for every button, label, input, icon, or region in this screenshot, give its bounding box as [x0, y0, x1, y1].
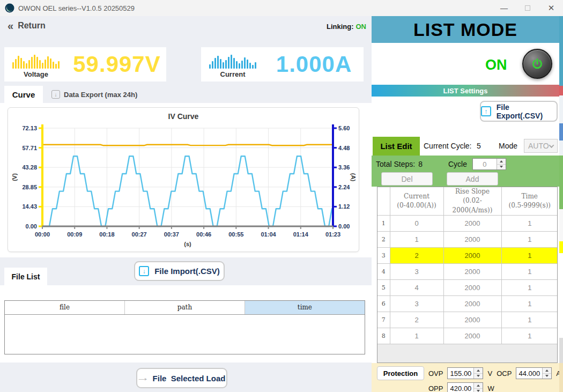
- left-axis-tick-label: 72.13: [22, 125, 37, 131]
- file-list-table[interactable]: file path time: [4, 300, 365, 354]
- step-row-number: 1: [377, 216, 390, 232]
- tab-data-export[interactable]: ↓ Data Export (max 24h): [51, 86, 137, 103]
- step-cell-time[interactable]: 1: [501, 312, 558, 328]
- close-button[interactable]: ✕: [539, 0, 563, 16]
- ocp-spinner[interactable]: 44.000: [516, 367, 552, 379]
- ovp-spinner-buttons: [473, 368, 483, 379]
- spin-up-button[interactable]: [474, 383, 483, 389]
- export-row: ↑ File Export(.CSV): [372, 97, 559, 137]
- ocp-label: OCP: [497, 369, 512, 378]
- spin-up-button[interactable]: [497, 159, 506, 165]
- mode-label: Mode: [499, 142, 517, 150]
- maximize-icon: [525, 5, 530, 11]
- list-step-row[interactable]: 8120001: [377, 328, 558, 344]
- step-cell-slope[interactable]: 2000: [443, 264, 501, 280]
- add-step-button[interactable]: Add: [447, 172, 498, 186]
- triangle-up-icon: [477, 384, 480, 387]
- x-axis-tick-label: 00:37: [164, 231, 179, 238]
- opp-spinner[interactable]: 420.00: [447, 382, 483, 392]
- right-axis-tick-label: 5.60: [338, 125, 350, 131]
- step-cell-time[interactable]: 1: [501, 280, 558, 296]
- protection-section: Protection OVP 155.00 V OCP 44.000 A: [372, 363, 559, 392]
- step-cell-current[interactable]: 2: [390, 248, 443, 264]
- triangle-down-icon: [477, 390, 480, 392]
- protection-button[interactable]: Protection: [377, 366, 424, 380]
- list-step-row[interactable]: 4320001: [377, 264, 558, 280]
- file-column-header[interactable]: file: [5, 301, 125, 314]
- list-steps-table[interactable]: Current(0-40.00(A)) Rise Slope(0.02-2000…: [377, 187, 558, 363]
- linking-label: Linking:: [327, 23, 354, 31]
- file-selected-load-button[interactable]: → File Selected Load: [136, 368, 227, 388]
- step-cell-current[interactable]: 2: [390, 312, 443, 328]
- header-bar: « Return Linking:ON: [0, 16, 372, 39]
- x-axis-tick-label: 00:09: [67, 231, 82, 238]
- cycle-spinner[interactable]: 0: [472, 158, 506, 170]
- window-titlebar: OWON OEL series--V1.0.5 20250529 — ✕: [0, 0, 563, 16]
- step-cell-slope[interactable]: 2000: [443, 312, 501, 328]
- return-button[interactable]: « Return: [8, 21, 46, 31]
- list-settings-bar: LIST Settings: [372, 85, 559, 97]
- ovp-unit: V: [487, 369, 492, 378]
- step-cell-current[interactable]: 1: [390, 328, 443, 344]
- list-step-row[interactable]: 6320001: [377, 296, 558, 312]
- step-cell-slope[interactable]: 2000: [443, 248, 501, 264]
- current-cycle-value: 5: [477, 142, 481, 150]
- step-cell-current[interactable]: 3: [390, 296, 443, 312]
- x-axis-tick-label: 01:04: [261, 231, 276, 238]
- download-icon: ↓: [51, 90, 60, 99]
- mode-dropdown[interactable]: AUTO: [524, 139, 558, 153]
- main-left-panel: « Return Linking:ON Voltage 59.997V Curr…: [0, 16, 372, 392]
- time-column-header[interactable]: time: [245, 301, 365, 314]
- spin-down-button[interactable]: [543, 374, 551, 379]
- list-step-row[interactable]: 3220001: [377, 248, 558, 264]
- right-axis-title: (A): [350, 173, 357, 182]
- step-cell-current[interactable]: 3: [390, 264, 443, 280]
- step-cell-current[interactable]: 4: [390, 280, 443, 296]
- step-cell-slope[interactable]: 2000: [443, 328, 501, 344]
- spin-down-button[interactable]: [497, 165, 506, 170]
- step-cell-time[interactable]: 1: [501, 328, 558, 344]
- step-cell-slope[interactable]: 2000: [443, 280, 501, 296]
- file-export-button[interactable]: ↑ File Export(.CSV): [480, 101, 558, 122]
- list-edit-tab[interactable]: List Edit: [373, 137, 420, 156]
- step-cell-time[interactable]: 1: [501, 216, 558, 232]
- step-cell-current[interactable]: 0: [390, 216, 443, 232]
- current-column-header: Current(0-40.00(A)): [390, 187, 443, 216]
- step-cell-time[interactable]: 1: [501, 248, 558, 264]
- spin-down-button[interactable]: [474, 374, 483, 379]
- cycle-spinner-value: 0: [473, 159, 497, 169]
- delete-step-button[interactable]: Del: [381, 172, 433, 186]
- spin-up-button[interactable]: [543, 368, 551, 374]
- list-step-row[interactable]: 7220001: [377, 312, 558, 328]
- list-step-row[interactable]: 2120001: [377, 232, 558, 248]
- step-cell-time[interactable]: 1: [501, 264, 558, 280]
- step-cell-current[interactable]: 1: [390, 232, 443, 248]
- spin-down-button[interactable]: [474, 389, 483, 392]
- x-axis-tick-label: 00:55: [228, 231, 243, 238]
- step-row-number: 7: [377, 312, 390, 328]
- ovp-spinner[interactable]: 155.00: [447, 367, 483, 379]
- list-step-row[interactable]: 5420001: [377, 280, 558, 296]
- x-axis-tick-label: 00:18: [99, 231, 114, 238]
- right-axis-tick-label: 1.12: [338, 203, 350, 210]
- tab-curve[interactable]: Curve: [4, 86, 43, 103]
- cycle-label: Cycle: [448, 160, 467, 168]
- step-cell-time[interactable]: 1: [501, 296, 558, 312]
- minimize-button[interactable]: —: [492, 0, 516, 16]
- list-step-row[interactable]: 1020001: [377, 216, 558, 232]
- step-cell-time[interactable]: 1: [501, 232, 558, 248]
- list-steps-tbody: 1020001212000132200014320001542000163200…: [377, 216, 558, 344]
- power-button[interactable]: [522, 49, 552, 79]
- step-cell-slope[interactable]: 2000: [443, 232, 501, 248]
- step-cell-slope[interactable]: 2000: [443, 216, 501, 232]
- list-mode-header: LIST MODE: [372, 16, 559, 43]
- file-import-label: File Import(.CSV): [154, 267, 220, 276]
- path-column-header[interactable]: path: [125, 301, 245, 314]
- maximize-button[interactable]: [516, 0, 539, 16]
- left-axis-title: (V): [11, 173, 18, 181]
- spin-up-button[interactable]: [474, 368, 483, 374]
- file-import-button[interactable]: ↓ File Import(.CSV): [134, 261, 225, 281]
- opp-value: 420.00: [448, 383, 473, 392]
- power-icon: [530, 57, 544, 71]
- step-cell-slope[interactable]: 2000: [443, 296, 501, 312]
